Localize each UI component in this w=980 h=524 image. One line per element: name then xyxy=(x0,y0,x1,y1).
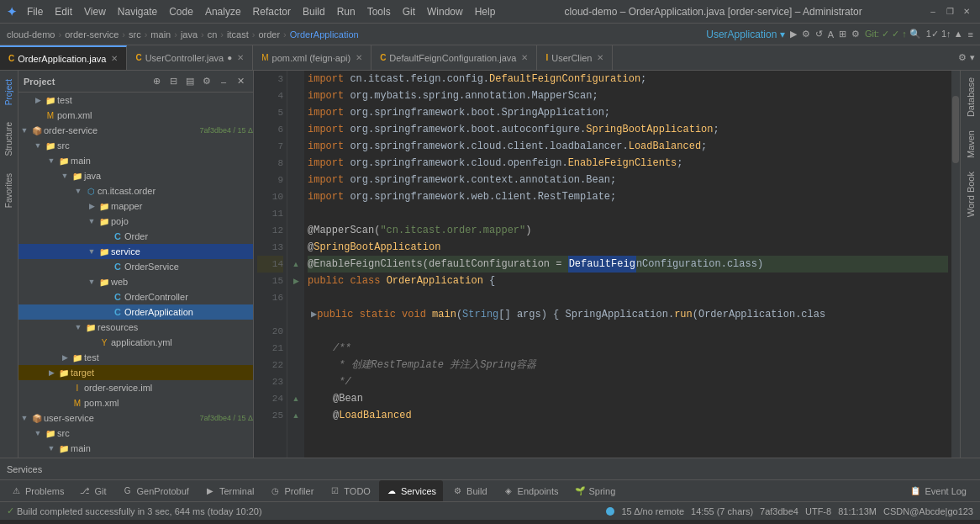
tree-item-test[interactable]: ▶ 📁 test xyxy=(18,93,253,108)
tab-settings-button[interactable]: ⚙ xyxy=(958,52,967,63)
menu-navigate[interactable]: Navigate xyxy=(113,4,162,19)
menu-help[interactable]: Help xyxy=(470,4,501,19)
tree-item-service-folder[interactable]: ▼ 📁 service xyxy=(18,244,253,259)
close-button[interactable]: ✕ xyxy=(960,5,973,19)
tree-item-user-src[interactable]: ▼ 📁 src xyxy=(18,426,253,441)
tree-item-mapper[interactable]: ▶ 📁 mapper xyxy=(18,198,253,214)
tree-item-order-application[interactable]: C OrderApplication xyxy=(18,304,253,320)
bottom-tab-terminal[interactable]: ▶ Terminal xyxy=(198,480,261,501)
tree-item-main[interactable]: ▼ 📁 main xyxy=(18,153,253,168)
tree-item-order-service-class[interactable]: C OrderService xyxy=(18,259,253,274)
breadcrumb-src[interactable]: src xyxy=(129,29,141,40)
bottom-tab-git[interactable]: ⎇ Git xyxy=(72,480,113,501)
tree-item-user-service[interactable]: ▼ 📦 user-service 7af3dbe4 / 15 Δ xyxy=(18,410,253,426)
action-settings-top[interactable]: ⚙ xyxy=(851,29,860,40)
right-tab-database[interactable]: Database xyxy=(962,71,979,124)
action-build-1[interactable]: ⚙ xyxy=(802,29,810,40)
tree-item-application-yml[interactable]: Y application.yml xyxy=(18,335,253,350)
breadcrumb-main[interactable]: main xyxy=(150,29,171,40)
bottom-tab-profiler[interactable]: ◷ Profiler xyxy=(262,480,320,501)
bottom-tab-spring[interactable]: 🌱 Spring xyxy=(567,480,623,501)
bottom-tab-genprotobuf[interactable]: G GenProtobuf xyxy=(115,480,196,501)
tab-order-application[interactable]: C OrderApplication.java ✕ xyxy=(0,45,127,70)
code-container: 3 4 5 6 7 8 9 10 11 12 13 14 15 16 20 21… xyxy=(254,71,960,458)
tree-item-user-main[interactable]: ▼ 📁 main xyxy=(18,441,253,456)
sidebar-collapse-all[interactable]: ⊟ xyxy=(166,74,181,89)
tab-close-button[interactable]: ✕ xyxy=(111,54,118,63)
tab-user-controller[interactable]: C UserController.java ● ✕ xyxy=(127,45,253,70)
action-userapp-dropdown[interactable]: UserApplication ▾ xyxy=(706,29,784,40)
menu-window[interactable]: Window xyxy=(422,4,468,19)
tree-item-test-folder[interactable]: ▶ 📁 test xyxy=(18,350,253,365)
bottom-tab-todo[interactable]: ☑ TODO xyxy=(322,480,377,501)
code-line-21: /** xyxy=(308,340,948,357)
panel-tab-favorites[interactable]: Favorites xyxy=(0,165,18,216)
bottom-tab-problems[interactable]: ⚠ Problems xyxy=(3,480,71,501)
menu-edit[interactable]: Edit xyxy=(50,4,77,19)
right-tab-maven[interactable]: Maven xyxy=(962,124,979,165)
menu-refactor[interactable]: Refactor xyxy=(248,4,296,19)
right-tab-wordbook[interactable]: Word Book xyxy=(962,165,979,224)
menu-build[interactable]: Build xyxy=(298,4,330,19)
tree-item-user-java[interactable]: ▶ 📁 java xyxy=(18,456,253,458)
action-sidebar-toggle[interactable]: ≡ xyxy=(968,29,973,40)
maximize-button[interactable]: ❐ xyxy=(943,5,956,19)
tab-pom-xml[interactable]: M pom.xml (feign·api) ✕ xyxy=(253,45,371,70)
sidebar-close[interactable]: ✕ xyxy=(233,74,248,89)
code-content[interactable]: import cn.itcast.feign.config.DefaultFei… xyxy=(304,71,951,458)
project-tree: ▶ 📁 test M pom.xml ▼ 📦 order-service 7af… xyxy=(18,93,253,458)
tree-item-package[interactable]: ▼ ⬡ cn.itcast.order xyxy=(18,183,253,198)
tree-item-java[interactable]: ▼ 📁 java xyxy=(18,168,253,183)
tab-close-button[interactable]: ✕ xyxy=(521,53,528,62)
menu-tools[interactable]: Tools xyxy=(362,4,396,19)
menu-analyze[interactable]: Analyze xyxy=(200,4,246,19)
action-translate[interactable]: A xyxy=(828,29,834,40)
tab-close-button[interactable]: ✕ xyxy=(597,53,603,62)
tree-item-order-controller[interactable]: C OrderController xyxy=(18,289,253,304)
tab-overflow-button[interactable]: ▾ xyxy=(970,52,975,63)
menu-git[interactable]: Git xyxy=(398,4,420,19)
breadcrumb-module[interactable]: order-service xyxy=(65,29,119,40)
menu-code[interactable]: Code xyxy=(164,4,198,19)
menu-file[interactable]: File xyxy=(22,4,48,19)
bottom-tab-services[interactable]: ☁ Services xyxy=(379,480,443,501)
sidebar-collapse[interactable]: ▤ xyxy=(182,74,198,89)
action-search-top[interactable]: ⊞ xyxy=(839,29,846,40)
breadcrumb-java[interactable]: java xyxy=(181,29,198,40)
sidebar-scroll-to-source[interactable]: ⊕ xyxy=(149,74,164,89)
breadcrumb-cn[interactable]: cn xyxy=(208,29,218,40)
tree-item-pojo[interactable]: ▼ 📁 pojo xyxy=(18,214,253,229)
action-refresh[interactable]: ↺ xyxy=(815,29,823,40)
tree-item-order-service[interactable]: ▼ 📦 order-service 7af3dbe4 / 15 Δ xyxy=(18,123,253,138)
scrollbar-thumb[interactable] xyxy=(952,96,959,163)
bottom-tab-endpoints[interactable]: ◈ Endpoints xyxy=(496,480,566,501)
tree-item-target[interactable]: ▶ 📁 target xyxy=(18,365,253,380)
bottom-tab-build[interactable]: ⚙ Build xyxy=(445,480,493,501)
tree-item-order-class[interactable]: C Order xyxy=(18,229,253,244)
breadcrumb-project[interactable]: cloud-demo xyxy=(7,29,55,40)
tree-item-pom-module[interactable]: M pom.xml xyxy=(18,395,253,410)
tree-item-iml[interactable]: I order-service.iml xyxy=(18,380,253,395)
breadcrumb-order[interactable]: order xyxy=(258,29,280,40)
services-panel-label[interactable]: Services xyxy=(7,464,42,474)
panel-tab-structure[interactable]: Structure xyxy=(0,114,18,165)
action-run[interactable]: ▶ xyxy=(790,29,797,40)
tree-item-src[interactable]: ▼ 📁 src xyxy=(18,138,253,153)
tab-default-feign-config[interactable]: C DefaultFeignConfiguration.java ✕ xyxy=(371,45,537,70)
breadcrumb-active-file[interactable]: OrderApplication xyxy=(290,29,359,40)
editor-scrollbar[interactable] xyxy=(951,71,960,458)
tab-close-button[interactable]: ✕ xyxy=(356,53,362,62)
tree-item-web[interactable]: ▼ 📁 web xyxy=(18,274,253,289)
menu-run[interactable]: Run xyxy=(332,4,361,19)
minimize-button[interactable]: – xyxy=(926,5,940,19)
tree-item-resources[interactable]: ▼ 📁 resources xyxy=(18,320,253,335)
sidebar-gear[interactable]: – xyxy=(216,74,231,89)
tab-user-client[interactable]: I UserClien ✕ xyxy=(537,45,613,70)
menu-view[interactable]: View xyxy=(79,4,111,19)
panel-tab-project[interactable]: Project xyxy=(0,71,18,114)
tab-close-button[interactable]: ✕ xyxy=(237,53,244,62)
sidebar-settings[interactable]: ⚙ xyxy=(199,74,214,89)
bottom-tab-eventlog[interactable]: 📋 Event Log xyxy=(903,485,973,497)
tree-item-pom-root[interactable]: M pom.xml xyxy=(18,108,253,123)
breadcrumb-itcast[interactable]: itcast xyxy=(227,29,249,40)
